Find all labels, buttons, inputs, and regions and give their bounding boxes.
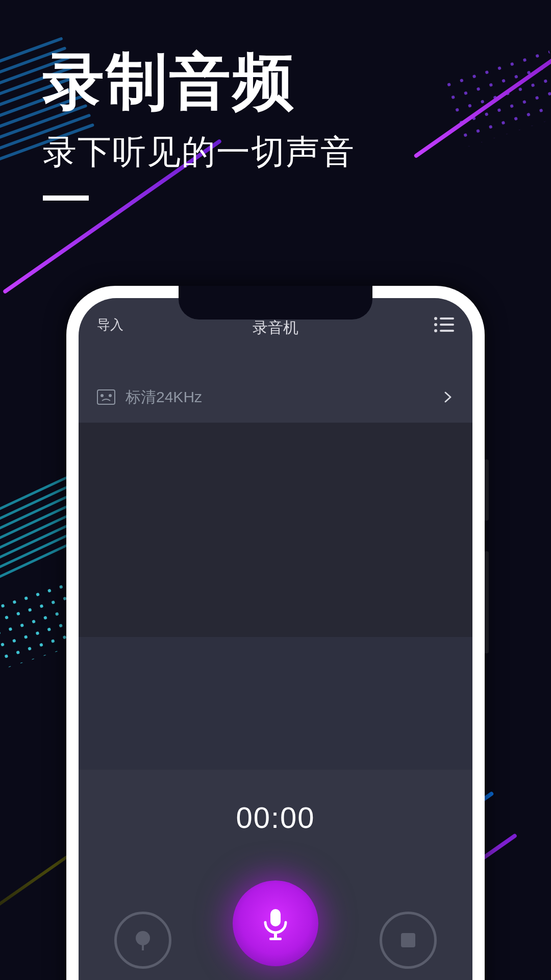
svg-rect-11	[270, 909, 281, 926]
svg-point-0	[434, 317, 437, 320]
record-control: 开始	[233, 880, 318, 980]
svg-point-7	[101, 395, 103, 397]
svg-rect-13	[269, 938, 282, 940]
timer-area: 00:00 开始	[79, 770, 472, 980]
svg-point-2	[434, 323, 437, 326]
stop-button[interactable]	[380, 912, 437, 969]
svg-rect-3	[440, 324, 454, 326]
controls: 开始	[79, 880, 472, 980]
hero-subtitle: 录下听见的一切声音	[43, 129, 355, 175]
phone-side-button	[485, 459, 489, 521]
phone-notch	[179, 286, 372, 320]
phone-side-button	[485, 551, 489, 653]
phone-screen: 导入 录音机 标清24KHz	[79, 298, 472, 980]
svg-rect-14	[401, 933, 415, 947]
pin-icon	[131, 928, 155, 952]
svg-rect-10	[142, 943, 144, 950]
hero-title: 录制音频	[43, 41, 355, 124]
stop-icon	[398, 930, 418, 950]
svg-point-8	[109, 395, 111, 397]
timer-display: 00:00	[79, 800, 472, 835]
microphone-icon	[257, 905, 294, 942]
hero-underline	[43, 195, 89, 201]
waveform-area-upper	[79, 423, 472, 637]
chevron-right-icon	[442, 391, 454, 403]
page-title: 录音机	[253, 317, 298, 338]
svg-rect-1	[440, 317, 454, 320]
phone-frame: 导入 录音机 标清24KHz	[66, 286, 485, 980]
record-button[interactable]	[233, 880, 318, 966]
svg-point-9	[136, 931, 150, 945]
waveform-area-lower	[79, 637, 472, 770]
list-menu-icon[interactable]	[434, 316, 454, 333]
svg-rect-6	[97, 390, 115, 404]
marker-button[interactable]	[114, 912, 171, 969]
svg-point-4	[434, 329, 437, 332]
quality-selector[interactable]: 标清24KHz	[79, 372, 472, 423]
quality-icon	[97, 389, 115, 405]
hero: 录制音频 录下听见的一切声音	[43, 41, 355, 201]
quality-label: 标清24KHz	[126, 387, 442, 408]
import-button[interactable]: 导入	[97, 316, 123, 334]
svg-rect-5	[440, 330, 454, 332]
